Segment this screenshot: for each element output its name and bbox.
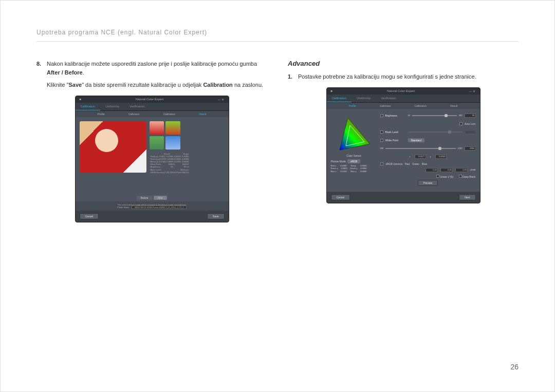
text: " da biste spremili rezultate kalibracij…: [82, 82, 203, 88]
blue-gamma[interactable]: 2.20: [455, 168, 468, 172]
window-icon: ■: [331, 89, 333, 92]
result-table: ResultTarget Red(x,y)0.6402, 0.3298(0.64…: [150, 152, 190, 190]
whitepoint-label: White Point: [385, 139, 406, 142]
green-gamma[interactable]: 2.20: [440, 168, 453, 172]
list-number: 8.: [36, 60, 44, 77]
text: .: [83, 69, 84, 76]
text: Kliknite ": [47, 82, 68, 88]
tab-verification[interactable]: Verification: [376, 95, 401, 102]
window-title: Natural Color Expert: [387, 89, 415, 92]
after-button[interactable]: After: [154, 196, 168, 200]
window-title: Natural Color Expert: [136, 98, 163, 101]
text: Nakon kalibracije možete usporediti zasl…: [47, 61, 257, 67]
preview-image: [80, 121, 146, 173]
list-number: 1.: [288, 72, 295, 81]
brightness-value[interactable]: 99: [465, 114, 476, 118]
preview-button[interactable]: Preview: [418, 180, 438, 186]
bold-save: Save: [68, 82, 82, 88]
coordinate-table: Red x0.6400Red y0.3300 Green x0.3000Gree…: [331, 164, 367, 173]
color-gamut-label: Color Gamut: [331, 154, 377, 157]
subtab-calibrator[interactable]: Calibrator: [380, 104, 391, 107]
whitepoint-checkbox[interactable]: [380, 139, 383, 142]
svg-marker-0: [340, 118, 369, 150]
list-text-1: Postavke potrebne za kalibraciju mogu se…: [298, 72, 519, 81]
red-label: Red: [405, 162, 410, 165]
cancel-button[interactable]: Cancel: [331, 194, 350, 200]
blue-label: Blue: [422, 162, 427, 165]
page-header: Upotreba programa NCE (engl. Natural Col…: [36, 29, 519, 42]
deep-checkbox[interactable]: [459, 175, 462, 178]
tab-verification[interactable]: Verification: [124, 103, 150, 110]
blacklevel-slider[interactable]: [408, 132, 462, 133]
subtab-calibration[interactable]: Calibration: [414, 104, 427, 107]
tab-uniformity[interactable]: Uniformity: [100, 103, 124, 110]
green-label: Green: [412, 162, 419, 165]
blacklevel-checkbox[interactable]: [380, 130, 383, 134]
srgb-label: sRGB Gamma: [386, 162, 403, 165]
text: na zaslonu.: [233, 82, 263, 88]
bold-calibration: Calibration: [203, 82, 232, 88]
right-column: Advanced 1. Postavke potrebne za kalibra…: [288, 60, 519, 222]
list-text-8: Nakon kalibracije možete usporediti zasl…: [47, 60, 267, 77]
profile-name-label: Profile Name: [117, 206, 129, 209]
window-icon: ■: [80, 98, 82, 101]
picture-mode-dropdown[interactable]: sRGB: [347, 159, 360, 163]
picture-mode-label: Picture Mode: [331, 160, 346, 163]
tab-uniformity[interactable]: Uniformity: [351, 95, 376, 102]
tab-calibration[interactable]: Calibration: [327, 95, 352, 102]
subtab-profile[interactable]: Profile: [349, 104, 356, 107]
whitepoint-dropdown[interactable]: Standard: [408, 138, 424, 142]
subtab-calibration[interactable]: Calibration: [163, 113, 175, 116]
window-controls: — ✕: [218, 98, 225, 101]
linear-checkbox[interactable]: [436, 175, 439, 178]
brightness-checkbox[interactable]: [380, 114, 383, 117]
tab-calibration[interactable]: Calibration: [76, 103, 101, 110]
kelvin-slider[interactable]: [385, 148, 455, 149]
profile-name-input[interactable]: SMS27B970 sRGB Preset 6500K 2_12_2014_2_…: [132, 206, 186, 209]
subtab-calibrator[interactable]: Calibrator: [128, 113, 140, 116]
cancel-button[interactable]: Cancel: [80, 213, 99, 219]
y-value[interactable]: 0.3290: [435, 155, 447, 159]
window-controls: — ✕: [469, 89, 476, 93]
blacklevel-label: Black Level: [385, 130, 406, 134]
before-button[interactable]: Before: [137, 196, 153, 200]
autolum-checkbox[interactable]: [459, 122, 462, 125]
red-gamma[interactable]: 2.20: [425, 168, 438, 172]
srgb-checkbox[interactable]: [380, 162, 383, 165]
next-button[interactable]: Next: [459, 194, 475, 200]
subtab-result[interactable]: Result: [450, 104, 457, 107]
deep-label: Deep Black: [462, 175, 476, 178]
indent-text: Kliknite "Save" da biste spremili rezult…: [47, 81, 267, 89]
brightness-slider[interactable]: [412, 115, 457, 116]
thumb-3[interactable]: [150, 136, 164, 150]
x-value[interactable]: 0.3127: [415, 155, 426, 159]
subtab-profile[interactable]: Profile: [98, 113, 105, 116]
screenshot-advanced: ■ Natural Color Expert — ✕ Calibration U…: [326, 87, 480, 203]
thumb-1[interactable]: [150, 121, 164, 135]
linear-label: Linear L*(b): [440, 175, 453, 178]
subtab-result[interactable]: Result: [199, 113, 206, 116]
blacklevel-value[interactable]: [465, 130, 476, 134]
bold-after-before: After / Before: [47, 69, 83, 76]
thumb-2[interactable]: [165, 121, 180, 135]
autolum-label: Auto Lum: [465, 122, 475, 125]
page-number: 26: [510, 363, 519, 371]
screenshot-result: ■ Natural Color Expert — ✕ Calibration U…: [75, 96, 229, 222]
thumb-4[interactable]: [165, 136, 180, 150]
thumbnail-grid: [150, 121, 180, 150]
kelvin-value[interactable]: 6504: [465, 146, 476, 151]
left-column: 8. Nakon kalibracije možete usporediti z…: [36, 60, 267, 222]
section-advanced: Advanced: [288, 60, 519, 67]
color-gamut-chart: [331, 113, 377, 154]
save-button[interactable]: Save: [207, 213, 224, 219]
brightness-label: Brightness: [385, 114, 406, 117]
